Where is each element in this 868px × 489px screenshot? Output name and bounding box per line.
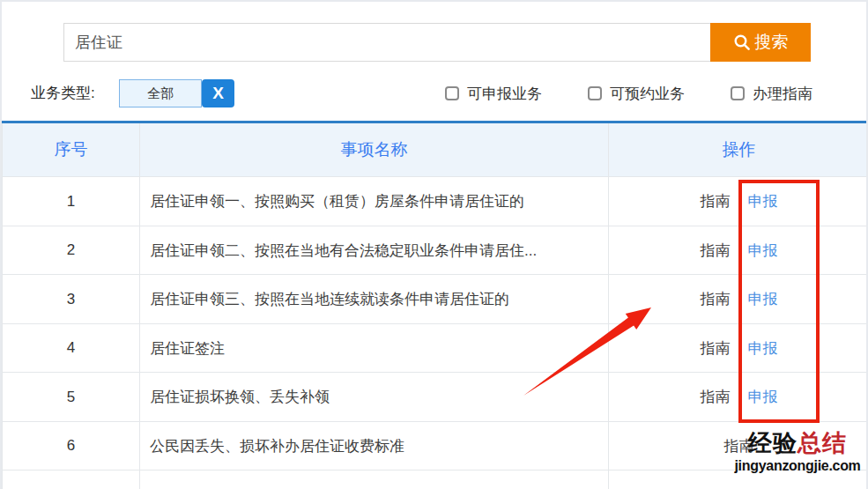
operation-separator: [738, 291, 740, 308]
guide-link[interactable]: 指南: [701, 338, 731, 359]
checkbox-label: 可申报业务: [467, 84, 542, 104]
watermark-title-black: 经验: [748, 430, 798, 456]
item-name: 公民因丢失、损坏补办居住证收费标准: [140, 422, 609, 470]
operation-cell: 指南 申报: [609, 226, 868, 274]
checkbox-icon[interactable]: [588, 86, 602, 100]
page: 搜索 业务类型: 全部 X 可申报业务 可预约业务 办理指南 序号 事项名称 操…: [0, 0, 868, 489]
operation-cell: 指南 申报: [609, 275, 868, 323]
table-row: 1 居住证申领一、按照购买（租赁）房屋条件申请居住证的 指南 申报: [3, 177, 868, 226]
column-header-index: 序号: [3, 123, 140, 176]
row-index: 1: [3, 177, 140, 226]
apply-link[interactable]: 申报: [748, 289, 778, 309]
item-name: [140, 470, 609, 489]
table-row: 2 居住证申领二、按照在当地有合法稳定职业条件申请居住... 指南 申报: [3, 226, 868, 275]
search-button[interactable]: 搜索: [710, 23, 811, 62]
search-input[interactable]: [63, 23, 710, 62]
watermark-title: 经验总结: [731, 431, 864, 457]
clear-filter-button[interactable]: X: [202, 79, 234, 107]
table-header-row: 序号 事项名称 操作: [3, 123, 868, 177]
operation-separator: [738, 389, 740, 406]
row-index: 2: [3, 226, 140, 274]
search-icon: [733, 33, 751, 51]
guide-link[interactable]: 指南: [701, 191, 731, 211]
apply-link[interactable]: 申报: [748, 191, 778, 211]
operation-cell: 指南 申报: [609, 324, 868, 372]
business-type-select[interactable]: 全部: [119, 79, 202, 107]
table-row: 5 居住证损坏换领、丢失补领 指南 申报: [3, 373, 868, 422]
search-button-label: 搜索: [755, 31, 789, 54]
item-name: 居住证签注: [140, 324, 609, 372]
checkbox-handling-guide[interactable]: 办理指南: [731, 79, 812, 107]
apply-link[interactable]: 申报: [748, 241, 778, 261]
item-name: 居住证申领二、按照在当地有合法稳定职业条件申请居住...: [140, 226, 609, 274]
operation-cell: 指南 申报: [609, 373, 868, 421]
watermark-site: jingyanzongjie.com: [731, 458, 864, 474]
operation-cell: 指南 申报: [609, 177, 868, 226]
checkbox-label: 可预约业务: [610, 84, 685, 104]
watermark: 经验总结 jingyanzongjie.com: [731, 431, 864, 474]
apply-link[interactable]: 申报: [748, 387, 778, 407]
watermark-title-red: 总结: [798, 430, 847, 456]
guide-link[interactable]: 指南: [701, 387, 731, 407]
item-name: 居住证申领三、按照在当地连续就读条件申请居住证的: [140, 275, 609, 323]
checkbox-icon[interactable]: [445, 86, 459, 100]
row-index: [3, 470, 140, 489]
operation-separator: [738, 339, 740, 357]
apply-link[interactable]: 申报: [748, 338, 778, 359]
table-row: 3 居住证申领三、按照在当地连续就读条件申请居住证的 指南 申报: [3, 275, 868, 324]
checkbox-reservable-business[interactable]: 可预约业务: [588, 79, 685, 107]
operation-separator: [738, 241, 740, 259]
business-type-selected-value: 全部: [147, 85, 174, 102]
row-index: 6: [3, 422, 140, 470]
clear-x-icon: X: [212, 84, 224, 103]
item-name: 居住证申领一、按照购买（租赁）房屋条件申请居住证的: [140, 177, 609, 226]
checkbox-declarable-business[interactable]: 可申报业务: [445, 79, 542, 107]
row-index: 5: [3, 373, 140, 421]
column-header-item-name: 事项名称: [140, 123, 609, 176]
checkbox-icon[interactable]: [731, 86, 745, 100]
column-header-operation: 操作: [609, 123, 868, 176]
item-name: 居住证损坏换领、丢失补领: [140, 373, 609, 421]
table-row: 4 居住证签注 指南 申报: [3, 324, 868, 373]
guide-link[interactable]: 指南: [701, 289, 731, 309]
row-index: 4: [3, 324, 140, 372]
business-type-label: 业务类型:: [31, 79, 95, 107]
checkbox-label: 办理指南: [753, 84, 812, 104]
operation-separator: [738, 193, 740, 211]
row-index: 3: [3, 275, 140, 323]
guide-link[interactable]: 指南: [701, 241, 731, 261]
